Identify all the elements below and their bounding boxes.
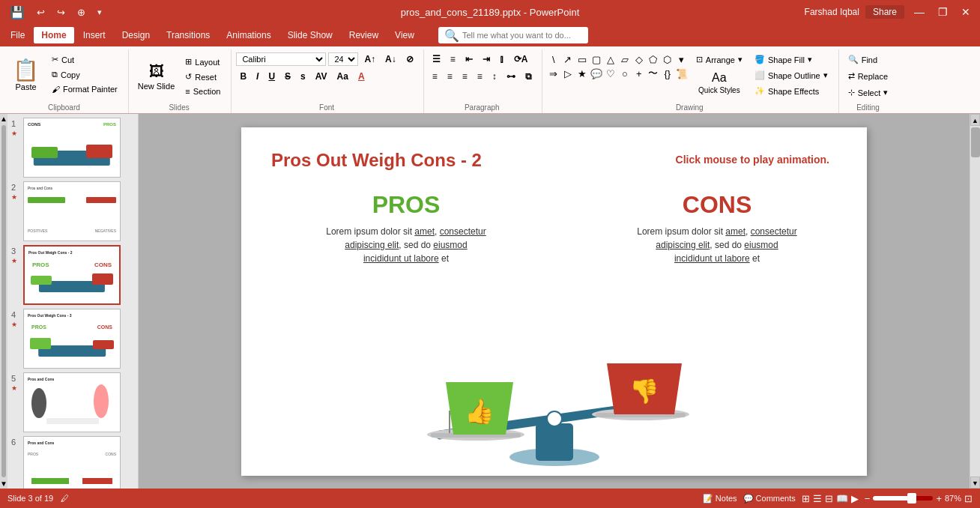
columns-button[interactable]: ⫿	[496, 52, 508, 66]
shape-diamond[interactable]: ◇	[632, 52, 646, 66]
shape-fill-button[interactable]: 🪣 Shape Fill▾	[750, 52, 832, 67]
customize-button[interactable]: ▾	[94, 6, 106, 19]
zoom-thumb[interactable]	[907, 493, 916, 504]
menu-slideshow[interactable]: Slide Show	[280, 27, 340, 43]
accessibility-button[interactable]: ⊕	[73, 5, 89, 19]
shape-outline-button[interactable]: ⬜ Shape Outline▾	[750, 68, 832, 82]
smartart-button[interactable]: ⧉	[521, 70, 536, 83]
font-name-select[interactable]: Calibri	[236, 52, 326, 66]
shape-rect[interactable]: ▭	[575, 52, 589, 66]
search-input[interactable]	[462, 31, 582, 40]
presenter-view-button[interactable]: ▶	[851, 493, 859, 504]
shape-rt-arrow[interactable]: ⇒	[547, 67, 560, 80]
shape-wave[interactable]: 〜	[647, 67, 660, 80]
shape-cross[interactable]: +	[632, 67, 646, 80]
normal-view-button[interactable]: ⊞	[802, 493, 810, 504]
menu-design[interactable]: Design	[115, 27, 157, 43]
slide-thumb-4[interactable]: 4 ★ Pros Out Weigh Cons - 3 PROS CONS	[11, 309, 134, 369]
close-button[interactable]: ✕	[958, 4, 974, 19]
align-left-button[interactable]: ≡	[429, 70, 441, 83]
slide-thumb-1[interactable]: 1 ★ CONS PROS	[11, 118, 134, 178]
find-button[interactable]: 🔍 Find	[844, 52, 893, 67]
cut-button[interactable]: ✂ Cut	[47, 52, 122, 67]
shape-parallelogram[interactable]: ▱	[618, 52, 632, 66]
align-text-button[interactable]: ⊶	[503, 70, 519, 83]
shadow-button[interactable]: s	[297, 70, 309, 83]
outline-view-button[interactable]: ☰	[813, 493, 822, 504]
char-spacing-button[interactable]: AV	[312, 70, 331, 83]
menu-view[interactable]: View	[387, 27, 422, 43]
clear-format-button[interactable]: ⊘	[402, 52, 417, 66]
font-color-button[interactable]: A	[354, 70, 369, 83]
slide-thumb-2[interactable]: 2 ★ Pros and Cons POSITIVES NEGATIVES	[11, 181, 134, 241]
bold-button[interactable]: B	[236, 70, 250, 83]
justify-button[interactable]: ≡	[474, 70, 486, 83]
redo-button[interactable]: ↪	[53, 5, 69, 19]
select-button[interactable]: ⊹ Select▾	[844, 85, 893, 100]
reading-view-button[interactable]: 📖	[836, 493, 848, 504]
shape-oval[interactable]: ○	[618, 67, 632, 80]
scroll-right-up-button[interactable]: ▲	[970, 114, 980, 126]
font-case-button[interactable]: Aa	[333, 70, 352, 83]
shape-arrow[interactable]: ↗	[561, 52, 575, 66]
restore-button[interactable]: ❐	[934, 4, 952, 19]
menu-review[interactable]: Review	[342, 27, 386, 43]
shape-penta[interactable]: ⬠	[647, 52, 660, 66]
arrange-button[interactable]: ⊡ Arrange▾	[692, 52, 747, 67]
slide-sorter-button[interactable]: ⊟	[825, 493, 833, 504]
quick-styles-button[interactable]: Aa Quick Styles	[692, 68, 747, 97]
shape-more[interactable]: ▾	[675, 52, 689, 66]
section-button[interactable]: ≡ Section	[181, 85, 225, 98]
numbering-button[interactable]: ≡	[447, 52, 459, 66]
comments-button[interactable]: 💬 Comments	[743, 494, 796, 504]
shape-star[interactable]: ★	[575, 67, 589, 80]
replace-button[interactable]: ⇄ Replace	[844, 69, 893, 83]
menu-animations[interactable]: Animations	[219, 27, 278, 43]
shape-rounded-rect[interactable]: ▢	[590, 52, 603, 66]
shape-line[interactable]: \	[547, 52, 560, 66]
align-center-button[interactable]: ≡	[444, 70, 456, 83]
menu-file[interactable]: File	[3, 27, 32, 43]
zoom-out-button[interactable]: −	[865, 493, 871, 504]
shape-scroll[interactable]: 📜	[675, 67, 689, 80]
shape-heart[interactable]: ♡	[604, 67, 617, 80]
share-button[interactable]: Share	[865, 5, 904, 19]
slide-thumb-3[interactable]: 3 ★ Pros Out Weigh Cons - 2 PROS CONS	[11, 245, 134, 305]
zoom-in-button[interactable]: +	[936, 493, 942, 504]
right-scrollbar[interactable]: ▲ ▼	[970, 114, 980, 489]
line-spacing-button[interactable]: ↕	[489, 70, 500, 83]
minimize-button[interactable]: —	[910, 4, 928, 19]
scroll-right-down-button[interactable]: ▼	[970, 477, 980, 489]
new-slide-button[interactable]: 🖼 New Slide	[133, 60, 180, 94]
shape-callout[interactable]: 💬	[590, 67, 603, 80]
layout-button[interactable]: ⊞ Layout	[181, 55, 225, 69]
shape-hex[interactable]: ⬡	[661, 52, 674, 66]
shape-tri[interactable]: △	[604, 52, 617, 66]
app-icon[interactable]: 💾	[6, 4, 28, 21]
decrease-indent-button[interactable]: ⇤	[462, 52, 477, 66]
notes-button[interactable]: 📝 Notes	[703, 494, 737, 504]
menu-insert[interactable]: Insert	[76, 27, 113, 43]
fit-button[interactable]: ⊡	[964, 493, 973, 504]
slide-canvas[interactable]: Pros Out Weigh Cons - 2 Click mouse to p…	[241, 127, 867, 476]
increase-font-button[interactable]: A↑	[360, 52, 379, 66]
align-right-button[interactable]: ≡	[459, 70, 471, 83]
font-size-select[interactable]: 24	[328, 52, 358, 66]
bullets-button[interactable]: ☰	[429, 52, 444, 66]
underline-button[interactable]: U	[264, 70, 279, 83]
menu-transitions[interactable]: Transitions	[159, 27, 217, 43]
decrease-font-button[interactable]: A↓	[381, 52, 400, 66]
menu-home[interactable]: Home	[34, 27, 73, 43]
slide-thumb-5[interactable]: 5 ★ Pros and Cons	[11, 372, 134, 432]
undo-button[interactable]: ↩	[33, 5, 49, 19]
shape-effects-button[interactable]: ✨ Shape Effects	[750, 84, 832, 98]
shape-process[interactable]: ▷	[561, 67, 575, 80]
format-painter-button[interactable]: 🖌 Format Painter	[47, 82, 122, 96]
text-direction-button[interactable]: ⟳A	[510, 52, 532, 66]
copy-button[interactable]: ⧉ Copy	[47, 67, 122, 82]
reset-button[interactable]: ↺ Reset	[181, 70, 225, 84]
strikethrough-button[interactable]: S	[281, 70, 294, 83]
shape-bracket[interactable]: {}	[661, 67, 674, 80]
zoom-slider[interactable]	[873, 496, 933, 501]
increase-indent-button[interactable]: ⇥	[479, 52, 494, 66]
